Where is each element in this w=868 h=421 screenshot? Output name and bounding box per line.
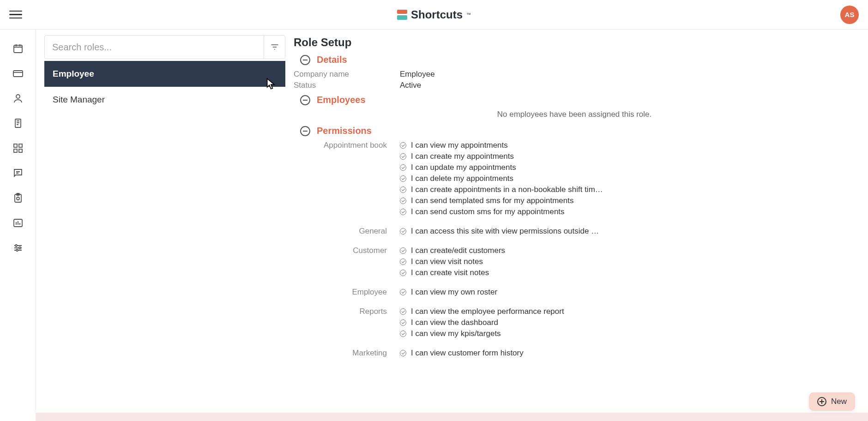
permission-line: I can view customer form history (400, 349, 608, 358)
permission-text: I can view my own roster (411, 288, 497, 297)
permission-group: Appointment bookI can view my appointmen… (294, 141, 855, 218)
permission-group: MarketingI can view customer form histor… (294, 349, 855, 360)
permission-items: I can access this site with view permiss… (400, 227, 608, 238)
check-icon (400, 186, 406, 193)
section-permissions-header: Permissions (300, 126, 855, 136)
logo-text: Shortcuts (411, 8, 463, 21)
avatar[interactable]: AS (840, 6, 859, 24)
permission-text: I can view my kpis/targets (411, 329, 501, 338)
permission-text: I can send templated sms for my appointm… (411, 196, 573, 205)
detail-panel: Role Setup Details Company nameEmployeeS… (285, 30, 868, 413)
check-icon (400, 209, 406, 215)
permission-text: I can create/edit customers (411, 246, 505, 255)
permission-items: I can view my appointmentsI can create m… (400, 141, 608, 218)
role-item[interactable]: Site Manager (44, 87, 285, 113)
permission-group: ReportsI can view the employee performan… (294, 307, 855, 340)
check-icon (400, 331, 406, 337)
check-icon (400, 319, 406, 326)
field-row: StatusActive (294, 81, 855, 90)
check-icon (400, 350, 406, 356)
section-details-header: Details (300, 54, 855, 65)
receipt-icon[interactable] (12, 117, 24, 129)
svg-point-14 (16, 249, 18, 251)
svg-point-13 (19, 247, 21, 249)
person-icon[interactable] (12, 92, 24, 104)
field-value: Active (400, 81, 421, 90)
clipboard-icon[interactable] (12, 192, 24, 204)
hamburger-menu-icon[interactable] (9, 8, 22, 21)
new-button-label: New (831, 397, 847, 406)
content-area: EmployeeSite Manager Role Setup Details … (36, 30, 868, 413)
permission-text: I can delete my appointments (411, 174, 513, 183)
permission-line: I can create visit notes (400, 268, 608, 277)
svg-rect-7 (19, 149, 22, 152)
permission-group-label: Appointment book (294, 141, 400, 218)
filter-icon[interactable] (264, 36, 285, 59)
permission-line: I can send templated sms for my appointm… (400, 196, 608, 205)
permission-text: I can create my appointments (411, 152, 514, 161)
new-button[interactable]: New (809, 392, 855, 411)
check-icon (400, 247, 406, 254)
section-employees-header: Employees (300, 95, 855, 105)
permission-items: I can view the employee performance repo… (400, 307, 608, 340)
logo-mark-icon (397, 10, 407, 20)
search-input[interactable] (45, 42, 264, 53)
role-item[interactable]: Employee (44, 61, 285, 87)
logo: Shortcuts™ (397, 8, 471, 21)
permission-group-label: Marketing (294, 349, 400, 360)
role-list: EmployeeSite Manager (44, 61, 285, 113)
svg-rect-5 (19, 144, 22, 147)
permission-line: I can create/edit customers (400, 246, 608, 255)
permission-line: I can access this site with view permiss… (400, 227, 608, 236)
chart-icon[interactable] (12, 217, 24, 229)
field-row: Company nameEmployee (294, 70, 855, 79)
svg-rect-0 (14, 45, 22, 53)
search-wrap (44, 35, 285, 59)
permission-text: I can update my appointments (411, 163, 516, 172)
check-icon (400, 270, 406, 276)
permission-group: CustomerI can create/edit customersI can… (294, 246, 855, 279)
collapse-icon[interactable] (300, 55, 310, 65)
permission-line: I can create my appointments (400, 152, 608, 161)
permission-line: I can view my kpis/targets (400, 329, 608, 338)
svg-rect-3 (15, 119, 21, 127)
permission-group-label: Employee (294, 288, 400, 299)
field-label: Status (294, 81, 400, 90)
permission-line: I can update my appointments (400, 163, 608, 172)
check-icon (400, 308, 406, 315)
permission-text: I can view my appointments (411, 141, 508, 150)
permission-line: I can view visit notes (400, 257, 608, 266)
permission-line: I can view the employee performance repo… (400, 307, 608, 316)
permission-line: I can delete my appointments (400, 174, 608, 183)
field-label: Company name (294, 70, 400, 79)
permission-group-label: Customer (294, 246, 400, 279)
permission-line: I can view the dashboard (400, 318, 608, 327)
check-icon (400, 153, 406, 160)
permission-text: I can view the dashboard (411, 318, 498, 327)
svg-point-2 (16, 95, 20, 98)
section-title-employees: Employees (317, 95, 366, 105)
topbar: Shortcuts™ AS (0, 0, 868, 30)
permission-items: I can view my own roster (400, 288, 608, 299)
permission-text: I can create visit notes (411, 268, 489, 277)
section-title-permissions: Permissions (317, 126, 372, 136)
permission-text: I can view visit notes (411, 257, 483, 266)
collapse-icon[interactable] (300, 95, 310, 105)
nav-rail (0, 30, 36, 421)
sliders-icon[interactable] (12, 242, 24, 254)
grid-icon[interactable] (12, 142, 24, 154)
card-icon[interactable] (12, 67, 24, 79)
permission-group-label: Reports (294, 307, 400, 340)
permission-line: I can view my own roster (400, 288, 608, 297)
svg-point-10 (17, 197, 19, 200)
calendar-icon[interactable] (12, 42, 24, 54)
chat-icon[interactable] (12, 167, 24, 179)
check-icon (400, 228, 406, 235)
permission-group: EmployeeI can view my own roster (294, 288, 855, 299)
permission-items: I can create/edit customersI can view vi… (400, 246, 608, 279)
collapse-icon[interactable] (300, 126, 310, 136)
svg-point-12 (15, 245, 17, 247)
svg-rect-6 (14, 149, 17, 152)
permission-items: I can view customer form history (400, 349, 608, 360)
permission-line: I can send custom sms for my appointment… (400, 207, 608, 217)
